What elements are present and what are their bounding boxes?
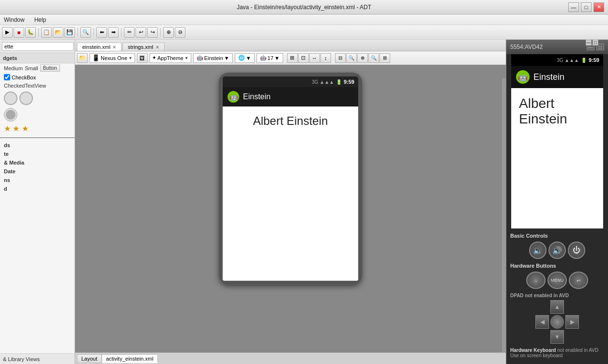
checkbox-widget[interactable] bbox=[4, 74, 10, 80]
menu-btn[interactable]: MENU bbox=[547, 272, 567, 289]
zoom-out-btn[interactable]: 🔍 bbox=[346, 53, 357, 63]
avd-app-bar: 🤖 Einstein bbox=[511, 66, 603, 88]
close-button[interactable]: ✕ bbox=[593, 2, 604, 12]
tab-layout[interactable]: Layout bbox=[77, 354, 102, 363]
layout-btn-2[interactable]: ⊡ bbox=[298, 53, 309, 63]
palette-bottom: & Library Views bbox=[0, 353, 75, 364]
zoom-actual-btn[interactable]: ⊕ bbox=[357, 53, 368, 63]
title-bar: Java - Einstein/res/layout/activity_eins… bbox=[0, 0, 608, 15]
toolbar-btn-7[interactable]: ⊕ bbox=[163, 27, 174, 38]
device-dropdown[interactable]: 📱 Nexus One ▼ bbox=[90, 53, 135, 63]
file-icon-btn[interactable]: 📁 bbox=[77, 53, 88, 63]
palette-divider-1 bbox=[0, 137, 75, 138]
activity-dropdown-arrow: ▼ bbox=[224, 55, 229, 61]
dpad-left[interactable]: ◀ bbox=[535, 315, 549, 329]
layout-btn-3[interactable]: ↔ bbox=[309, 53, 320, 63]
palette-section-ds[interactable]: ds bbox=[0, 141, 75, 150]
hardware-buttons-row: ⌂ MENU ↩ bbox=[510, 272, 604, 289]
small-label: Small bbox=[25, 65, 38, 71]
activity-label: Einstein bbox=[204, 55, 223, 61]
open-button[interactable]: 📂 bbox=[53, 27, 63, 38]
hardware-buttons-title: Hardware Buttons bbox=[510, 263, 604, 269]
dpad-right[interactable]: ▶ bbox=[565, 315, 579, 329]
avd-time: 9:59 bbox=[589, 57, 599, 63]
run-button[interactable]: ▶ bbox=[2, 27, 13, 38]
palette-panel: ▼ dgets Medium Small Button CheckBox Che… bbox=[0, 40, 75, 364]
button-widget[interactable]: Button bbox=[40, 64, 60, 72]
tab-close-einstein[interactable]: ✕ bbox=[112, 45, 116, 50]
window-controls: — □ ✕ bbox=[568, 2, 604, 12]
checkbox-row[interactable]: CheckBox bbox=[0, 73, 75, 82]
dpad-center[interactable]: ○ bbox=[550, 315, 564, 329]
minimize-button[interactable]: — bbox=[568, 2, 579, 12]
basic-controls-row: 🔈 🔊 ⏻ bbox=[510, 242, 604, 259]
forward-button[interactable]: ➡ bbox=[108, 27, 119, 38]
palette-section-media[interactable]: & Media bbox=[0, 158, 75, 167]
api-dropdown[interactable]: 🤖 17 ▼ bbox=[257, 53, 283, 63]
zoom-in-btn[interactable]: 🔍 bbox=[368, 53, 379, 63]
home-btn[interactable]: ⌂ bbox=[526, 272, 546, 289]
avd-content: Albert Einstein bbox=[511, 88, 603, 228]
checked-text-row[interactable]: CheckedTextView bbox=[0, 82, 75, 90]
back-button[interactable]: ⬅ bbox=[96, 27, 107, 38]
edit-button[interactable]: ✏ bbox=[124, 27, 135, 38]
main-toolbar: ▶ ■ 🐛 📋 📂 💾 🔍 ⬅ ➡ ✏ ↩ ↪ ⊕ ⊖ bbox=[0, 25, 608, 40]
volume-down-btn[interactable]: 🔈 bbox=[529, 242, 547, 259]
avd-app-icon: 🤖 bbox=[516, 70, 530, 84]
globe-icon: 🌐 bbox=[238, 55, 245, 61]
tab-label-strings: strings.xml bbox=[128, 44, 153, 50]
toolbar-btn-8[interactable]: ⊖ bbox=[175, 27, 185, 38]
save-button[interactable]: 💾 bbox=[64, 27, 75, 38]
image-btn[interactable]: 🖼 bbox=[137, 53, 148, 63]
avd-battery: 🔋 bbox=[581, 58, 587, 63]
signal-icon: 3G ▲▲▲ bbox=[312, 79, 334, 85]
palette-search-input[interactable] bbox=[2, 42, 74, 51]
vertical-scrollbar[interactable] bbox=[502, 78, 506, 352]
maximize-button[interactable]: □ bbox=[581, 2, 592, 12]
activity-dropdown[interactable]: 🤖 Einstein ▼ bbox=[193, 53, 233, 63]
tab-einstein-xml[interactable]: einstein.xml ✕ bbox=[77, 43, 122, 51]
widget-size-row: Medium Small Button bbox=[0, 63, 75, 73]
dpad-down[interactable]: ▼ bbox=[550, 330, 564, 344]
toolbar-separator-2 bbox=[77, 28, 78, 37]
toolbar-separator-3 bbox=[93, 28, 94, 37]
tab-activity-xml[interactable]: activity_einstein.xml bbox=[102, 354, 158, 363]
locale-dropdown[interactable]: 🌐 ▼ bbox=[235, 53, 255, 63]
volume-up-btn[interactable]: 🔊 bbox=[548, 242, 566, 259]
theme-dropdown-arrow: ▼ bbox=[184, 56, 189, 61]
layout-btn-1[interactable]: ⊞ bbox=[287, 53, 298, 63]
avd-status-bar: 3G ▲▲▲ 🔋 9:59 bbox=[511, 54, 603, 66]
locale-dropdown-arrow: ▼ bbox=[246, 55, 251, 61]
dpad-info: DPAD not enabled in AVD bbox=[510, 293, 604, 298]
back-btn[interactable]: ↩ bbox=[569, 272, 588, 289]
activity-icon: 🤖 bbox=[197, 55, 203, 61]
zoom-fit-btn[interactable]: ⊟ bbox=[335, 53, 346, 63]
theme-dropdown[interactable]: ✦ AppTheme ▼ bbox=[150, 53, 191, 63]
toolbar-btn-6[interactable]: ↪ bbox=[147, 27, 158, 38]
library-views-label: & Library Views bbox=[3, 356, 40, 362]
avd-einstein-name: Albert Einstein bbox=[519, 96, 595, 127]
image-widget bbox=[4, 108, 17, 121]
palette-section-date[interactable]: Date bbox=[0, 167, 75, 176]
controls-panel: Basic Controls 🔈 🔊 ⏻ Hardware Buttons ⌂ … bbox=[506, 229, 608, 364]
power-btn[interactable]: ⏻ bbox=[568, 242, 585, 259]
menu-window[interactable]: Window bbox=[2, 15, 27, 24]
debug-button[interactable]: 🐛 bbox=[25, 27, 36, 38]
toolbar-separator-4 bbox=[121, 28, 122, 37]
keyboard-info: Hardware Keyboard not enabled in AVD Use… bbox=[510, 348, 604, 358]
palette-section-te[interactable]: te bbox=[0, 150, 75, 158]
theme-label: AppTheme bbox=[157, 55, 183, 61]
palette-section-ns[interactable]: ns bbox=[0, 176, 75, 184]
stop-button[interactable]: ■ bbox=[14, 27, 24, 38]
search-button[interactable]: 🔍 bbox=[80, 27, 91, 38]
toolbar-btn-5[interactable]: ↩ bbox=[136, 27, 146, 38]
tab-close-strings[interactable]: ✕ bbox=[155, 45, 159, 50]
menu-help[interactable]: Help bbox=[32, 15, 48, 24]
dpad-up[interactable]: ▲ bbox=[550, 300, 564, 314]
palette-section-d[interactable]: d bbox=[0, 184, 75, 193]
zoom-max-btn[interactable]: ⊞ bbox=[380, 53, 390, 63]
avd-signal: 3G ▲▲▲ bbox=[557, 58, 579, 63]
layout-btn-4[interactable]: ↕ bbox=[320, 53, 331, 63]
tab-strings-xml[interactable]: strings.xml ✕ bbox=[122, 43, 165, 51]
new-button[interactable]: 📋 bbox=[41, 27, 52, 38]
